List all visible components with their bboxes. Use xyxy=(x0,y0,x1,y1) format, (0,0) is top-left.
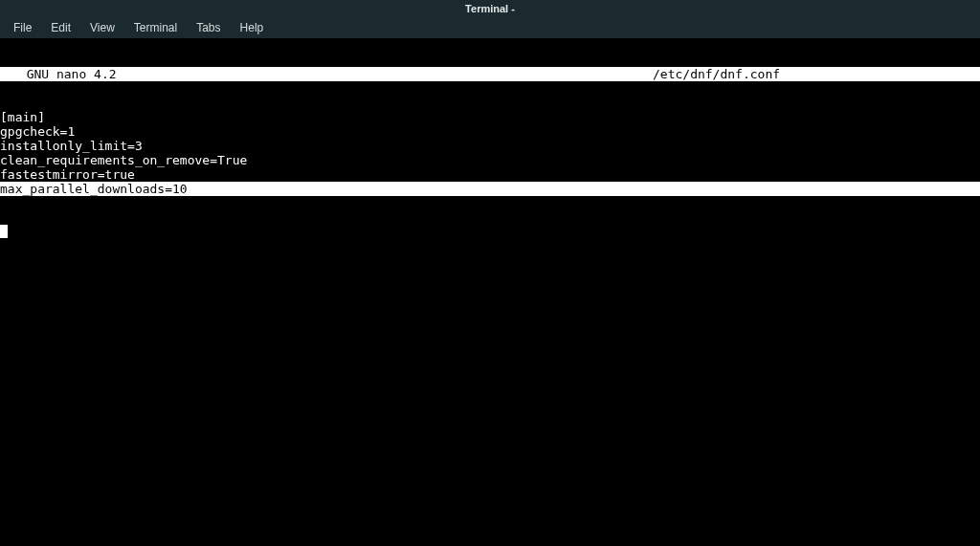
nano-titlebar: GNU nano 4.2 /etc/dnf/dnf.conf xyxy=(0,67,980,81)
window-titlebar: Terminal - xyxy=(0,0,980,17)
editor-line[interactable]: [main] xyxy=(0,110,980,124)
editor-content[interactable]: [main]gpgcheck=1installonly_limit=3clean… xyxy=(0,110,980,196)
window-title: Terminal - xyxy=(465,3,515,14)
menu-help[interactable]: Help xyxy=(233,19,272,36)
menu-view[interactable]: View xyxy=(82,19,122,36)
editor-line[interactable]: fastestmirror=true xyxy=(0,167,980,182)
nano-file-path: /etc/dnf/dnf.conf xyxy=(490,67,780,81)
menu-terminal[interactable]: Terminal xyxy=(126,19,185,36)
menu-edit[interactable]: Edit xyxy=(43,19,78,36)
menu-file[interactable]: File xyxy=(6,19,39,36)
menu-tabs[interactable]: Tabs xyxy=(189,19,228,36)
text-cursor xyxy=(0,225,8,238)
terminal-viewport[interactable]: GNU nano 4.2 /etc/dnf/dnf.conf [main]gpg… xyxy=(0,38,980,546)
nano-app-name: GNU nano 4.2 xyxy=(0,67,490,81)
editor-line[interactable]: installonly_limit=3 xyxy=(0,139,980,153)
editor-line[interactable]: clean_requirements_on_remove=True xyxy=(0,153,980,167)
editor-line[interactable]: max_parallel_downloads=10 xyxy=(0,182,980,196)
editor-line[interactable]: gpgcheck=1 xyxy=(0,124,980,139)
cursor-line xyxy=(0,225,980,239)
menubar: File Edit View Terminal Tabs Help xyxy=(0,17,980,38)
